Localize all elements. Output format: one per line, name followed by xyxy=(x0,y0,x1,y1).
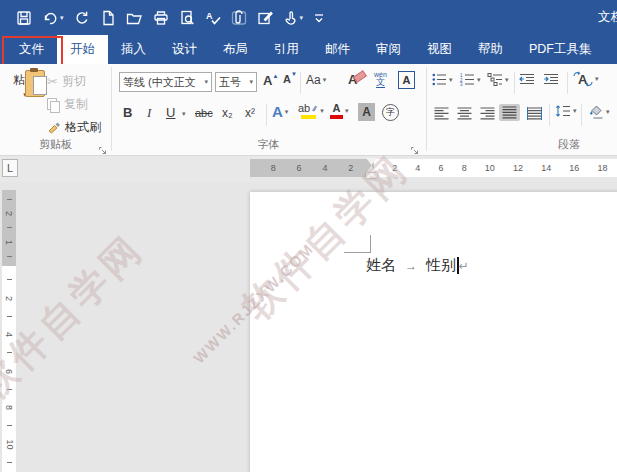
ruler-tick xyxy=(7,227,12,228)
multilevel-dropdown-icon[interactable]: ▾ xyxy=(505,76,509,84)
open-folder-icon[interactable] xyxy=(126,10,143,26)
copy-button[interactable]: 复制 xyxy=(47,96,88,113)
tab-design[interactable]: 设计 xyxy=(159,35,210,64)
text-effects-dropdown-icon[interactable]: ▾ xyxy=(285,108,289,116)
character-border-button[interactable]: A xyxy=(398,71,415,89)
font-color-dropdown-icon[interactable]: ▾ xyxy=(345,107,349,115)
align-center-button[interactable] xyxy=(454,105,475,122)
print-preview-icon[interactable] xyxy=(179,10,195,26)
ribbon-tab-bar: 文件 开始 插入 设计 布局 引用 邮件 审阅 视图 帮助 PDF工具集 xyxy=(0,35,617,64)
asian-layout-button[interactable]: A ▾ xyxy=(573,71,599,87)
tab-layout[interactable]: 布局 xyxy=(210,35,261,64)
font-name-dropdown-icon[interactable]: ▾ xyxy=(204,78,208,86)
vertical-ruler-text-area[interactable]: 2 4 6 8 10 xyxy=(2,266,16,472)
text-effects-button[interactable]: A▾ xyxy=(272,103,288,120)
numbering-button[interactable]: 123 ▾ xyxy=(460,73,481,86)
font-name-combo[interactable]: 等线 (中文正文 ▾ xyxy=(119,72,212,92)
cut-label: 剪切 xyxy=(62,73,86,90)
change-case-dropdown-icon[interactable]: ▾ xyxy=(323,76,327,84)
font-size-value: 五号 xyxy=(219,75,241,90)
tab-file[interactable]: 文件 xyxy=(6,35,57,64)
paragraph-group-label: 段落 xyxy=(426,137,617,152)
shrink-font-caret-icon: ▼ xyxy=(291,71,297,77)
touch-mode-dropdown-icon[interactable]: ▾ xyxy=(300,14,304,22)
new-document-icon[interactable] xyxy=(100,10,116,26)
line-spacing-button[interactable]: ▾ xyxy=(555,104,577,118)
horizontal-ruler-text-area[interactable]: 2 4 6 8 10 12 14 16 18 20 xyxy=(374,159,617,177)
subscript-button[interactable]: x₂ xyxy=(222,106,233,120)
shading-button[interactable]: ▾ xyxy=(587,104,610,119)
tab-references[interactable]: 引用 xyxy=(261,35,312,64)
bullets-dropdown-icon[interactable]: ▾ xyxy=(449,76,453,84)
italic-button[interactable]: I xyxy=(147,105,151,121)
tab-pdf-tools[interactable]: PDF工具集 xyxy=(516,35,605,64)
quick-print-icon[interactable] xyxy=(153,10,169,26)
clear-formatting-button[interactable]: A xyxy=(348,72,364,88)
align-left-button[interactable] xyxy=(431,105,452,122)
vertical-ruler-margin[interactable]: 2 1 xyxy=(2,190,16,266)
document-workspace: 2 1 2 4 6 8 10 姓名 → 性别 ↵ xyxy=(0,182,617,472)
font-name-value: 等线 (中文正文 xyxy=(123,75,196,90)
font-color-button[interactable]: A ▾ xyxy=(330,103,349,119)
strikethrough-button[interactable]: abc xyxy=(195,107,213,119)
tab-help[interactable]: 帮助 xyxy=(465,35,516,64)
edit-icon[interactable] xyxy=(257,10,273,26)
highlight-color-button[interactable]: ab ▾ xyxy=(298,103,324,119)
clipboard-dialog-launcher-icon[interactable] xyxy=(98,141,107,150)
decrease-indent-button[interactable] xyxy=(519,73,535,86)
bold-button[interactable]: B xyxy=(123,105,132,120)
text-run: 姓名 xyxy=(366,256,396,275)
ruler-tick xyxy=(7,279,12,280)
distributed-button[interactable] xyxy=(524,105,545,122)
superscript-button[interactable]: x² xyxy=(245,106,255,120)
highlight-yellow-bar xyxy=(301,115,316,119)
tab-mailings[interactable]: 邮件 xyxy=(312,35,363,64)
change-case-button[interactable]: Aa▾ xyxy=(306,73,326,87)
character-shading-button[interactable]: A xyxy=(358,103,375,121)
paragraph-mark: ↵ xyxy=(459,259,469,273)
grow-font-button[interactable]: A▲ xyxy=(263,73,278,88)
asian-layout-dropdown-icon[interactable]: ▾ xyxy=(595,75,599,83)
highlight-dropdown-icon[interactable]: ▾ xyxy=(320,107,324,115)
underline-dropdown-icon[interactable]: ▾ xyxy=(182,110,186,118)
attachment-icon[interactable] xyxy=(231,10,247,26)
ruler-row: L 8 6 4 2 2 4 6 8 10 12 14 16 18 20 xyxy=(0,156,617,182)
touch-mouse-mode-icon[interactable]: ▾ xyxy=(283,10,304,26)
divider xyxy=(266,104,267,126)
enclose-characters-button[interactable]: 字 xyxy=(382,104,399,121)
cut-button[interactable]: ✂ 剪切 xyxy=(47,73,86,90)
tab-selector[interactable]: L xyxy=(2,159,18,177)
save-icon[interactable] xyxy=(16,10,32,26)
phonetic-guide-button[interactable]: wén文 xyxy=(374,71,387,88)
align-right-button[interactable] xyxy=(477,105,498,122)
tab-review[interactable]: 审阅 xyxy=(363,35,414,64)
text-boundary-corner-mark xyxy=(370,235,371,252)
numbering-dropdown-icon[interactable]: ▾ xyxy=(477,76,481,84)
customize-qat-icon[interactable] xyxy=(313,10,325,26)
horizontal-ruler-margin[interactable]: 8 6 4 2 xyxy=(250,159,374,177)
line-spacing-dropdown-icon[interactable]: ▾ xyxy=(573,107,577,115)
font-size-dropdown-icon[interactable]: ▾ xyxy=(249,78,253,86)
redo-icon[interactable] xyxy=(74,10,90,26)
left-indent-marker[interactable] xyxy=(366,173,377,178)
shading-dropdown-icon[interactable]: ▾ xyxy=(606,108,610,116)
shrink-font-button[interactable]: A▼ xyxy=(283,73,297,85)
undo-dropdown-icon[interactable]: ▾ xyxy=(60,14,64,22)
bullets-button[interactable]: ▾ xyxy=(432,73,453,86)
font-dialog-launcher-icon[interactable] xyxy=(410,141,419,150)
multilevel-list-button[interactable]: ▾ xyxy=(488,73,509,86)
justify-button[interactable] xyxy=(499,104,520,121)
font-size-combo[interactable]: 五号 ▾ xyxy=(215,72,257,92)
tab-insert[interactable]: 插入 xyxy=(108,35,159,64)
paste-button[interactable]: 粘贴 ▾ xyxy=(7,69,43,139)
tab-home[interactable]: 开始 xyxy=(57,35,108,64)
text-boundary-corner-mark xyxy=(344,252,371,253)
divider xyxy=(581,104,582,126)
underline-button[interactable]: U xyxy=(166,105,175,120)
document-page[interactable] xyxy=(250,192,617,472)
tab-view[interactable]: 视图 xyxy=(414,35,465,64)
increase-indent-button[interactable] xyxy=(543,73,559,86)
undo-icon[interactable]: ▾ xyxy=(42,10,64,26)
format-painter-button[interactable]: 格式刷 xyxy=(47,119,101,136)
spelling-grammar-icon[interactable]: A xyxy=(205,10,221,26)
